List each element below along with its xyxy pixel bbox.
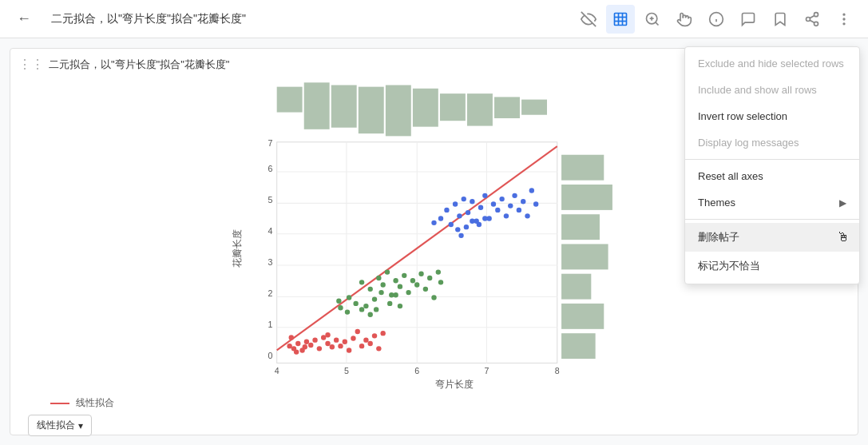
svg-rect-143	[561, 333, 596, 359]
svg-point-125	[499, 197, 504, 201]
svg-point-124	[495, 208, 500, 213]
svg-text:4: 4	[275, 366, 279, 375]
svg-point-88	[398, 284, 402, 288]
svg-point-84	[380, 282, 385, 287]
svg-point-71	[343, 340, 347, 344]
legend-label: 线性拟合	[76, 396, 114, 410]
svg-point-115	[457, 213, 462, 218]
menu-item-delete-sticker-label: 删除帖子	[698, 230, 739, 244]
svg-point-61	[312, 337, 317, 342]
svg-point-81	[359, 280, 364, 284]
svg-point-90	[406, 290, 410, 295]
svg-point-133	[533, 201, 538, 206]
svg-point-123	[491, 201, 496, 206]
svg-rect-148	[561, 185, 612, 210]
share-button[interactable]	[798, 5, 826, 34]
menu-item-include-show[interactable]: Include and show all rows	[685, 77, 859, 103]
themes-arrow-icon: ▶	[839, 197, 846, 209]
svg-point-63	[321, 335, 326, 340]
table-button[interactable]	[606, 5, 635, 34]
svg-text:7: 7	[268, 138, 272, 148]
svg-point-13	[814, 12, 818, 16]
svg-point-118	[470, 199, 474, 204]
menu-item-themes-label: Themes	[698, 197, 735, 209]
svg-point-20	[843, 23, 845, 25]
svg-rect-149	[561, 155, 604, 181]
menu-item-themes[interactable]: Themes ▶	[685, 189, 859, 216]
svg-text:6: 6	[414, 366, 419, 375]
svg-point-128	[512, 193, 517, 198]
menu-item-exclude-hide-label: Exclude and hide selected rows	[698, 58, 844, 70]
right-histogram	[561, 155, 612, 359]
toolbar-icons	[574, 5, 858, 34]
svg-point-83	[376, 276, 381, 280]
svg-point-97	[436, 269, 441, 274]
fit-button-arrow: ▾	[78, 420, 83, 431]
fit-button-label: 线性拟合	[37, 419, 75, 432]
svg-point-54	[287, 344, 291, 348]
svg-point-116	[462, 197, 466, 201]
svg-point-60	[308, 343, 313, 348]
svg-point-139	[464, 224, 469, 229]
svg-point-117	[466, 210, 470, 215]
svg-point-77	[368, 341, 373, 346]
svg-text:1: 1	[268, 320, 272, 329]
svg-point-138	[458, 233, 463, 238]
drag-icon: ⋮⋮	[18, 57, 44, 72]
menu-item-delete-sticker[interactable]: 删除帖子 🖱	[685, 223, 859, 252]
svg-point-56	[295, 341, 300, 346]
svg-point-95	[427, 276, 432, 280]
svg-text:6: 6	[268, 164, 272, 173]
svg-point-94	[423, 287, 428, 292]
svg-point-103	[398, 304, 402, 308]
comment-button[interactable]	[734, 5, 763, 34]
svg-point-121	[482, 193, 487, 198]
svg-point-135	[431, 221, 436, 225]
svg-point-105	[368, 312, 373, 317]
svg-point-67	[289, 335, 294, 340]
svg-point-120	[478, 205, 483, 210]
bottom-controls: 线性拟合 ▾	[18, 410, 850, 441]
bookmark-button[interactable]	[766, 5, 795, 34]
svg-point-85	[385, 269, 390, 274]
svg-text:7: 7	[485, 366, 489, 375]
svg-point-106	[374, 307, 379, 312]
svg-point-112	[345, 309, 350, 314]
svg-point-102	[393, 292, 398, 297]
svg-point-131	[525, 213, 529, 218]
menu-item-display-log[interactable]: Display log messages	[685, 129, 859, 156]
menu-item-invert-selection-label: Invert row selection	[698, 110, 787, 122]
page-title: 二元拟合，以"弯片长度"拟合"花瓣长度"	[51, 12, 568, 26]
zoom-button[interactable]	[638, 5, 667, 34]
menu-item-exclude-hide[interactable]: Exclude and hide selected rows	[685, 50, 859, 77]
svg-text:2: 2	[268, 288, 272, 298]
svg-point-70	[338, 344, 343, 348]
legend-line	[50, 403, 69, 404]
svg-point-80	[380, 331, 385, 336]
back-icon: ←	[17, 10, 31, 27]
svg-point-108	[353, 301, 358, 306]
back-button[interactable]: ←	[10, 5, 38, 34]
info-button[interactable]	[702, 5, 731, 34]
menu-item-mark-inappropriate[interactable]: 标记为不恰当	[685, 252, 859, 280]
svg-rect-146	[561, 244, 608, 269]
svg-rect-25	[386, 85, 411, 137]
more-button[interactable]	[830, 5, 858, 34]
menu-item-reset-axes[interactable]: Reset all axes	[685, 163, 859, 189]
x-axis: 4 5 6 7 8	[275, 366, 560, 375]
svg-point-68	[294, 349, 299, 354]
svg-text:0: 0	[268, 351, 272, 360]
svg-point-79	[376, 346, 381, 351]
fit-button[interactable]: 线性拟合 ▾	[28, 415, 92, 436]
svg-point-82	[368, 287, 373, 292]
svg-point-92	[414, 282, 419, 287]
svg-point-69	[325, 332, 330, 337]
menu-item-invert-selection[interactable]: Invert row selection	[685, 103, 859, 129]
svg-point-91	[410, 278, 415, 283]
hide-button[interactable]	[574, 5, 603, 34]
svg-point-19	[843, 18, 845, 20]
menu-item-display-log-label: Display log messages	[698, 137, 799, 149]
context-menu: Exclude and hide selected rows Include a…	[684, 46, 860, 284]
svg-rect-144	[561, 304, 604, 329]
pan-button[interactable]	[670, 5, 699, 34]
